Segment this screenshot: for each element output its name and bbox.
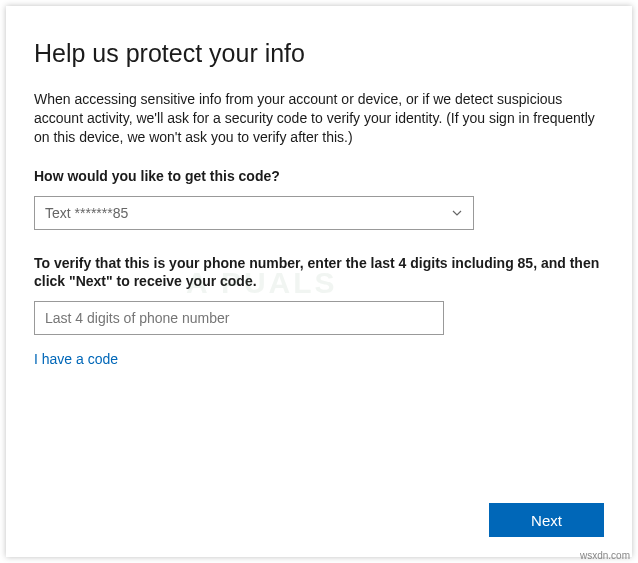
attribution-text: wsxdn.com: [580, 550, 630, 561]
page-title: Help us protect your info: [34, 38, 604, 68]
last-4-digits-input[interactable]: [34, 301, 444, 335]
chevron-down-icon: [451, 207, 463, 219]
method-label: How would you like to get this code?: [34, 167, 604, 186]
verification-method-dropdown[interactable]: Text *******85: [34, 196, 474, 230]
footer: Next: [34, 503, 604, 537]
dropdown-selected-value: Text *******85: [45, 205, 128, 221]
security-verification-card: Help us protect your info When accessing…: [6, 6, 632, 557]
spacer: [34, 367, 604, 503]
have-code-link[interactable]: I have a code: [34, 351, 604, 367]
verify-instruction: To verify that this is your phone number…: [34, 254, 604, 292]
intro-text: When accessing sensitive info from your …: [34, 90, 604, 147]
next-button[interactable]: Next: [489, 503, 604, 537]
